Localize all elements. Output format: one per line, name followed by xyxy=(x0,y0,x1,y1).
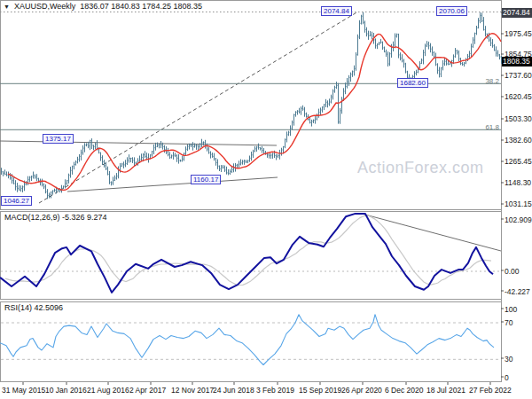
ohlc-values: 1836.07 1840.83 1784.25 1808.35 xyxy=(80,2,202,11)
trendline-solid[interactable] xyxy=(0,141,277,145)
level-label-1375.17[interactable]: 1375.17 xyxy=(43,134,74,144)
symbol-label: XAUUSD,Weekly xyxy=(14,2,75,11)
rsi-line[interactable] xyxy=(0,315,494,365)
level-label-1682.60[interactable]: 1682.60 xyxy=(397,78,428,88)
rsi-axis-label: 0 xyxy=(505,373,509,382)
date-axis-label: 27 Feb 2022 xyxy=(469,386,512,395)
price-axis-label: 1265.45 xyxy=(505,157,532,166)
rsi-axis-label: 70 xyxy=(505,318,512,327)
macd-line[interactable] xyxy=(0,214,493,293)
date-axis-label: 15 Sep 2019 xyxy=(299,386,341,395)
level-label-1046.27[interactable]: 1046.27 xyxy=(1,196,32,206)
macd-axis-label: 102.909 xyxy=(505,215,532,224)
level-label-2074.84[interactable]: 2074.84 xyxy=(321,6,352,16)
date-axis-label: 21 Aug 2016 xyxy=(87,386,129,395)
trendline-solid[interactable] xyxy=(362,214,501,251)
price-axis-label: 1382.60 xyxy=(505,136,532,145)
trading-chart-window: ▼ XAUUSD,Weekly 1836.07 1840.83 1784.25 … xyxy=(0,0,532,399)
rsi-indicator-label: RSI(14) 42.5096 xyxy=(4,303,63,312)
macd-axis-label: 0.00 xyxy=(505,267,520,276)
date-axis-label: 18 Jul 2021 xyxy=(426,386,466,395)
main-panel-frame xyxy=(1,1,502,210)
price-axis-label: 1031.15 xyxy=(505,200,532,208)
price-axis-label: 1503.30 xyxy=(505,114,532,123)
rsi-axis-label: 30 xyxy=(505,355,512,364)
macd-panel-frame xyxy=(1,212,502,300)
symbol-dropdown-icon[interactable]: ▼ xyxy=(4,3,10,11)
date-axis-label: 10 Jan 2016 xyxy=(45,386,87,395)
price-marker-2074.84: 2074.84 xyxy=(502,8,532,18)
rsi-panel-frame xyxy=(1,302,502,382)
price-axis-label: 1975.45 xyxy=(505,29,532,38)
date-axis-label: 3 Feb 2019 xyxy=(256,386,294,395)
date-axis-label: 12 Nov 2017 xyxy=(171,386,214,395)
price-axis-label: 1148.30 xyxy=(505,178,531,187)
chart-title-row: ▼ XAUUSD,Weekly 1836.07 1840.83 1784.25 … xyxy=(4,2,202,11)
level-label-1160.17[interactable]: 1160.17 xyxy=(191,175,221,184)
price-axis-label: 1737.60 xyxy=(505,71,532,80)
actionforex-watermark: ActionForex.com xyxy=(357,159,484,177)
chart-canvas[interactable] xyxy=(0,0,532,399)
date-axis-label: 24 Jun 2018 xyxy=(213,386,254,395)
date-axis-label: 26 Apr 2020 xyxy=(341,386,382,395)
rsi-axis-label: 100 xyxy=(505,305,517,314)
macd-indicator-label: MACD(12,26,9) -5.326 9.274 xyxy=(4,213,107,222)
fib-label-61.8: 61.8 xyxy=(474,123,499,131)
trendline-solid[interactable] xyxy=(67,177,278,192)
level-label-2070.06[interactable]: 2070.06 xyxy=(436,6,467,16)
macd-axis-label: -42.227 xyxy=(505,287,530,296)
price-axis-label: 1620.45 xyxy=(505,92,532,101)
date-axis-label: 2 Apr 2017 xyxy=(129,386,166,395)
date-axis-label: 31 May 2015 xyxy=(2,386,45,395)
price-marker-1808.35: 1808.35 xyxy=(502,57,532,66)
fib-label-38.2: 38.2 xyxy=(474,77,499,85)
date-axis-label: 6 Dec 2020 xyxy=(385,386,423,395)
